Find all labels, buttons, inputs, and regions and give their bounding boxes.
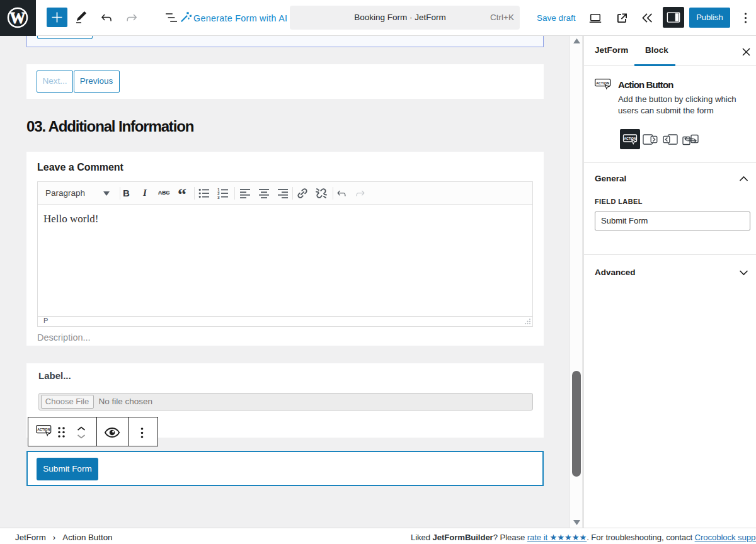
svg-text:W: W <box>10 9 26 26</box>
svg-text:3: 3 <box>217 195 220 200</box>
svg-text:ACTION: ACTION <box>37 428 50 431</box>
svg-text:ACTION: ACTION <box>624 137 636 140</box>
svg-text:ACTION: ACTION <box>596 81 609 85</box>
